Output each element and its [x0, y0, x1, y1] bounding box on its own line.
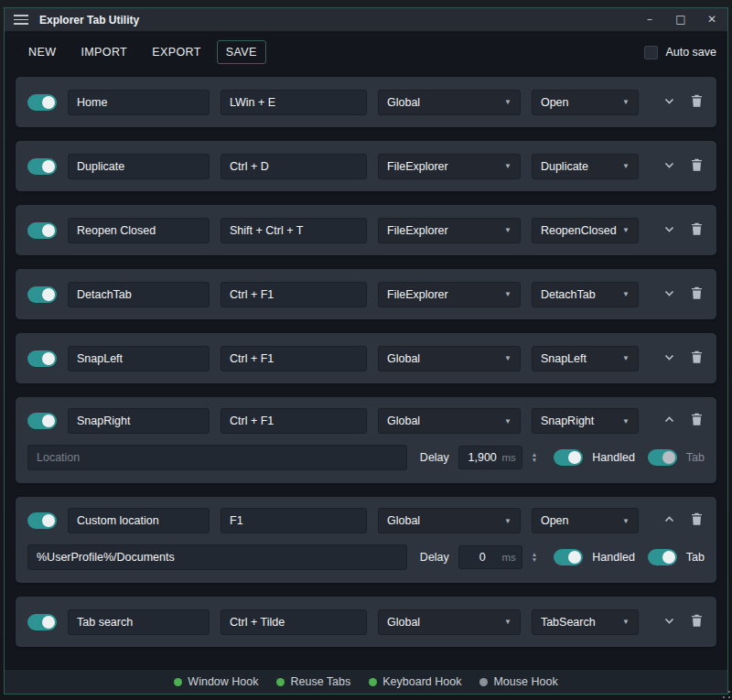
spinner-down-icon[interactable]: ▼: [532, 557, 537, 563]
delete-button[interactable]: [689, 511, 705, 531]
trash-icon: [691, 350, 703, 367]
close-button[interactable]: ✕: [696, 8, 727, 31]
action-select[interactable]: Open ▼: [532, 90, 639, 115]
delay-spinner[interactable]: ▲▼: [532, 452, 537, 462]
delay-unit-label: ms: [501, 452, 515, 463]
expand-button[interactable]: [661, 285, 678, 305]
name-input[interactable]: [68, 408, 210, 434]
hotkey-input[interactable]: [221, 90, 367, 115]
hotkey-input[interactable]: [221, 508, 367, 533]
chevron-icon: [662, 614, 676, 630]
delete-button[interactable]: [689, 92, 705, 113]
delay-field: ms: [458, 545, 522, 569]
hotkey-input[interactable]: [221, 282, 367, 307]
scope-select[interactable]: Global ▼: [378, 346, 521, 372]
save-button[interactable]: SAVE: [217, 40, 266, 64]
action-select[interactable]: Open ▼: [532, 508, 639, 533]
hotkey-input[interactable]: [221, 408, 367, 434]
export-button[interactable]: EXPORT: [143, 40, 210, 64]
desktop-background: Explorer Tab Utility – □ ✕ NEW IMPORT EX…: [0, 0, 732, 700]
action-select[interactable]: SnapLeft ▼: [532, 346, 639, 372]
toolbar: NEW IMPORT EXPORT SAVE Auto save: [5, 31, 727, 70]
enabled-toggle[interactable]: [27, 286, 57, 303]
status-bar: Window HookReuse TabsKeyboard HookMouse …: [5, 669, 727, 694]
maximize-button[interactable]: □: [665, 8, 696, 31]
name-input[interactable]: [68, 90, 210, 115]
scope-select[interactable]: Global ▼: [378, 90, 521, 115]
action-select[interactable]: SnapRight ▼: [532, 408, 639, 434]
location-input[interactable]: [27, 544, 407, 570]
hotkey-input[interactable]: [221, 218, 367, 243]
enabled-toggle[interactable]: [27, 222, 57, 239]
scope-select[interactable]: Global ▼: [378, 408, 521, 434]
expand-button[interactable]: [661, 349, 678, 369]
tab-toggle[interactable]: [648, 549, 677, 565]
chevron-down-icon: ▼: [622, 162, 630, 170]
enabled-toggle[interactable]: [27, 413, 57, 429]
chevron-icon: [662, 286, 676, 303]
scope-select[interactable]: FileExplorer ▼: [378, 282, 521, 307]
trash-icon: [691, 94, 703, 111]
name-input[interactable]: [68, 346, 210, 372]
delay-input[interactable]: [465, 551, 501, 564]
enabled-toggle[interactable]: [27, 158, 57, 175]
expand-button[interactable]: [661, 511, 678, 531]
name-input[interactable]: [68, 282, 210, 307]
tab-toggle[interactable]: [648, 449, 677, 466]
enabled-toggle[interactable]: [27, 614, 57, 630]
scope-select[interactable]: FileExplorer ▼: [378, 154, 521, 179]
delete-button[interactable]: [689, 221, 705, 241]
auto-save-checkbox[interactable]: [644, 46, 658, 59]
scope-select[interactable]: Global ▼: [378, 508, 521, 533]
hotkey-input[interactable]: [221, 154, 367, 179]
expand-button[interactable]: [661, 92, 678, 113]
name-input[interactable]: [68, 154, 210, 179]
status-label: Reuse Tabs: [290, 675, 350, 688]
hotkey-row: Global ▼ TabSearch ▼: [16, 597, 716, 647]
spinner-down-icon[interactable]: ▼: [532, 458, 537, 463]
enabled-toggle[interactable]: [27, 94, 57, 111]
name-input[interactable]: [68, 218, 210, 243]
delay-unit-label: ms: [501, 552, 515, 563]
new-button[interactable]: NEW: [19, 40, 65, 64]
status-on-dot-icon: [174, 678, 182, 686]
expand-button[interactable]: [661, 411, 678, 431]
import-button[interactable]: IMPORT: [71, 40, 136, 64]
chevron-down-icon: ▼: [504, 226, 511, 234]
action-select[interactable]: ReopenClosed ▼: [532, 218, 639, 243]
scope-select[interactable]: FileExplorer ▼: [378, 218, 521, 243]
delay-input[interactable]: [465, 451, 501, 464]
chevron-down-icon: ▼: [622, 290, 630, 298]
delay-field: ms: [458, 446, 522, 469]
action-select[interactable]: DetachTab ▼: [532, 282, 639, 307]
expand-button[interactable]: [661, 612, 678, 632]
title-bar: Explorer Tab Utility – □ ✕: [5, 8, 727, 31]
expand-button[interactable]: [661, 221, 678, 241]
enabled-toggle[interactable]: [27, 512, 57, 529]
hotkey-input[interactable]: [221, 346, 367, 372]
delete-button[interactable]: [689, 411, 705, 431]
handled-toggle[interactable]: [554, 449, 583, 466]
hotkey-input[interactable]: [221, 609, 367, 635]
location-input[interactable]: [27, 445, 407, 470]
trash-icon: [691, 614, 703, 630]
enabled-toggle[interactable]: [27, 350, 57, 367]
action-select[interactable]: TabSearch ▼: [532, 609, 639, 635]
scope-select[interactable]: Global ▼: [378, 609, 521, 635]
handled-toggle[interactable]: [554, 549, 583, 565]
resize-grip-icon[interactable]: [723, 691, 730, 698]
name-input[interactable]: [68, 609, 210, 635]
action-select[interactable]: Duplicate ▼: [532, 154, 639, 179]
trash-icon: [691, 222, 703, 239]
delete-button[interactable]: [689, 285, 705, 305]
delay-spinner[interactable]: ▲▼: [532, 552, 537, 562]
expand-button[interactable]: [661, 156, 678, 177]
chevron-icon: [662, 94, 676, 111]
trash-icon: [691, 158, 703, 175]
delete-button[interactable]: [689, 349, 705, 369]
name-input[interactable]: [68, 508, 210, 533]
delete-button[interactable]: [689, 612, 705, 632]
minimize-button[interactable]: –: [634, 8, 665, 31]
delete-button[interactable]: [689, 156, 705, 177]
hamburger-menu-icon[interactable]: [14, 15, 28, 25]
